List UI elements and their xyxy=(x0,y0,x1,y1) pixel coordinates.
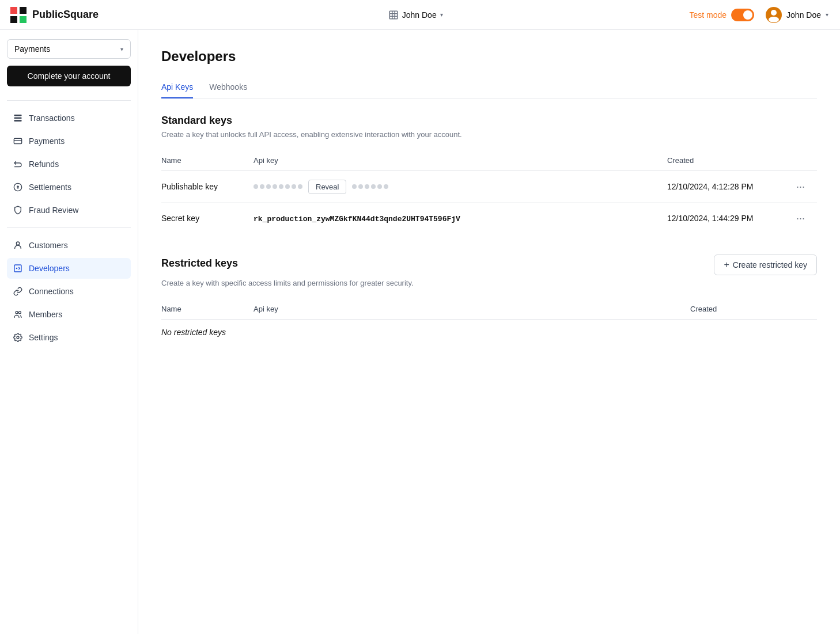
publishable-key-name: Publishable key xyxy=(161,171,253,203)
sidebar-label-developers: Developers xyxy=(29,264,70,273)
sidebar-label-settings: Settings xyxy=(29,333,58,342)
more-options-button[interactable]: ··· xyxy=(794,179,807,194)
logo-text: PublicSquare xyxy=(32,9,99,21)
svg-point-16 xyxy=(16,242,19,245)
publishable-key-actions: ··· xyxy=(794,171,817,203)
group-icon xyxy=(13,309,23,320)
standard-keys-desc: Create a key that unlocks full API acces… xyxy=(161,130,817,139)
svg-point-18 xyxy=(16,268,17,268)
restricted-keys-table: Name Api key Created No restricted keys xyxy=(161,299,817,345)
sidebar-item-payments[interactable]: Payments xyxy=(7,131,131,151)
svg-rect-0 xyxy=(10,7,17,14)
svg-rect-8 xyxy=(14,117,21,118)
svg-rect-1 xyxy=(20,7,27,14)
chevron-down-icon: ▾ xyxy=(440,12,443,18)
restricted-keys-title: Restricted keys xyxy=(161,257,238,269)
svg-point-5 xyxy=(771,10,777,16)
svg-point-19 xyxy=(16,312,18,314)
plus-icon: + xyxy=(724,260,729,270)
more-options-button[interactable]: ··· xyxy=(794,211,807,226)
svg-rect-7 xyxy=(14,115,21,116)
standard-keys-section: Standard keys Create a key that unlocks … xyxy=(161,115,817,234)
svg-rect-3 xyxy=(20,16,27,23)
standard-keys-title: Standard keys xyxy=(161,115,817,127)
sidebar-label-members: Members xyxy=(29,310,62,319)
sidebar-label-connections: Connections xyxy=(29,287,74,296)
sidebar-item-fraud-review[interactable]: Fraud Review xyxy=(7,200,131,221)
restricted-col-name: Name xyxy=(161,299,253,320)
no-restricted-keys-label: No restricted keys xyxy=(161,320,817,346)
payments-dropdown-label: Payments xyxy=(14,44,50,54)
sidebar-label-transactions: Transactions xyxy=(29,113,75,123)
list-icon xyxy=(13,113,23,123)
tab-api-keys[interactable]: Api Keys xyxy=(161,77,193,98)
restricted-keys-section: Restricted keys + Create restricted key … xyxy=(161,255,817,345)
sidebar-item-transactions[interactable]: Transactions xyxy=(7,108,131,128)
masked-key-dots-2 xyxy=(352,184,388,189)
publishable-key-value: Reveal xyxy=(253,171,667,203)
svg-rect-10 xyxy=(14,138,21,143)
shield-icon xyxy=(13,205,23,215)
link-icon xyxy=(13,286,23,297)
sidebar-item-settings[interactable]: Settings xyxy=(7,327,131,348)
sidebar-label-settlements: Settlements xyxy=(29,183,71,192)
publishable-key-created: 12/10/2024, 4:12:28 PM xyxy=(667,171,794,203)
building-icon xyxy=(388,10,399,20)
sidebar-item-connections[interactable]: Connections xyxy=(7,281,131,302)
secret-key-created: 12/10/2024, 1:44:29 PM xyxy=(667,203,794,234)
logo-icon xyxy=(9,6,28,24)
org-name: John Doe xyxy=(402,10,437,20)
sidebar-label-customers: Customers xyxy=(29,241,68,250)
svg-rect-9 xyxy=(14,120,21,121)
restricted-col-apikey: Api key xyxy=(253,299,690,320)
sidebar-item-members[interactable]: Members xyxy=(7,304,131,325)
masked-key-dots xyxy=(253,184,302,189)
sidebar-item-settlements[interactable]: Settlements xyxy=(7,177,131,198)
svg-point-6 xyxy=(769,17,779,22)
col-header-apikey: Api key xyxy=(253,150,667,171)
user-chevron-icon: ▾ xyxy=(826,12,828,18)
page-title: Developers xyxy=(161,48,817,64)
table-row: Secret key rk_production_zywMZGkfKN44dt3… xyxy=(161,203,817,234)
test-mode-toggle[interactable] xyxy=(731,9,754,21)
create-restricted-key-button[interactable]: + Create restricted key xyxy=(714,255,817,275)
sidebar-label-refunds: Refunds xyxy=(29,160,59,169)
sidebar-divider-1 xyxy=(7,100,131,101)
restricted-keys-desc: Create a key with specific access limits… xyxy=(161,279,817,287)
sidebar-label-payments: Payments xyxy=(29,136,65,146)
tab-webhooks[interactable]: Webhooks xyxy=(209,77,247,98)
sidebar-label-fraud-review: Fraud Review xyxy=(29,206,78,215)
sidebar-item-customers[interactable]: Customers xyxy=(7,235,131,256)
svg-rect-4 xyxy=(389,11,398,19)
table-row: Publishable key xyxy=(161,171,817,203)
dropdown-chevron-icon: ▾ xyxy=(120,46,123,52)
col-header-actions xyxy=(794,150,817,171)
user-menu[interactable]: John Doe ▾ xyxy=(766,7,828,23)
secret-key-actions: ··· xyxy=(794,203,817,234)
reveal-button[interactable]: Reveal xyxy=(308,180,346,194)
sidebar-item-refunds[interactable]: Refunds xyxy=(7,154,131,174)
main-content: Developers Api Keys Webhooks Standard ke… xyxy=(138,30,840,634)
refund-icon xyxy=(13,159,23,169)
code-icon xyxy=(13,263,23,274)
organization-selector[interactable]: John Doe ▾ xyxy=(388,10,443,20)
standard-keys-table: Name Api key Created Publishable key xyxy=(161,150,817,234)
complete-account-button[interactable]: Complete your account xyxy=(7,66,131,86)
test-mode-toggle-area: Test mode xyxy=(689,9,754,21)
table-row: No restricted keys xyxy=(161,320,817,346)
avatar xyxy=(766,7,782,23)
sidebar-item-developers[interactable]: Developers xyxy=(7,258,131,279)
secret-key-name: Secret key xyxy=(161,203,253,234)
sidebar-divider-2 xyxy=(7,227,131,228)
secret-key-value: rk_production_zywMZGkfKN44dt3qnde2UHT94T… xyxy=(253,203,667,234)
test-mode-label: Test mode xyxy=(689,10,727,20)
svg-point-20 xyxy=(18,312,21,314)
logo: PublicSquare xyxy=(9,6,142,24)
user-name: John Doe xyxy=(786,10,821,20)
col-header-name: Name xyxy=(161,150,253,171)
gear-icon xyxy=(13,332,23,343)
sidebar: Payments ▾ Complete your account Transac… xyxy=(0,30,138,634)
credit-card-icon xyxy=(13,136,23,146)
svg-rect-2 xyxy=(10,16,17,23)
payments-dropdown[interactable]: Payments ▾ xyxy=(7,39,131,59)
